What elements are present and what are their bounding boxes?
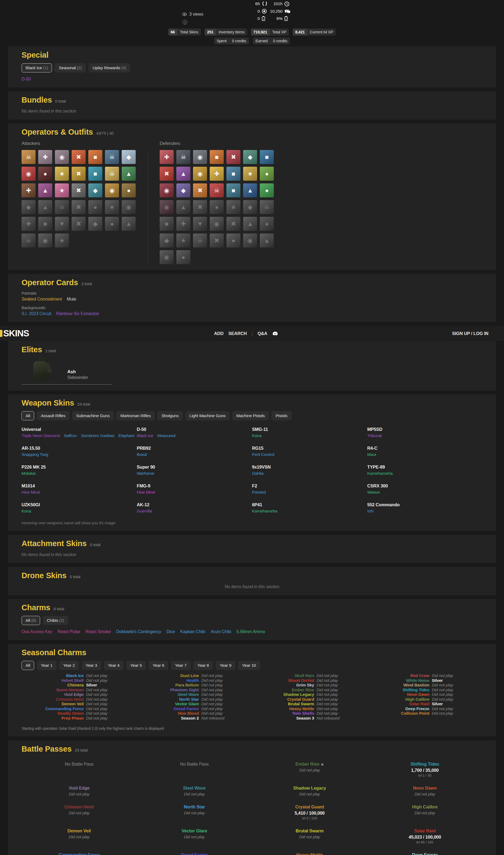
operator-icon[interactable]: ● [88, 200, 102, 214]
charm-season-name[interactable]: New Blood [137, 711, 201, 716]
weapon-name[interactable]: R4-C [367, 446, 483, 451]
operator-icon[interactable]: ✖ [72, 183, 86, 197]
operator-icon[interactable]: ✖ [227, 150, 240, 164]
weapon-skin-link[interactable]: Dahlia [252, 471, 264, 476]
tab-year-9[interactable]: Year 9 [216, 661, 235, 670]
operator-icon[interactable]: ✖ [72, 217, 86, 231]
weapon-skin-link[interactable]: Hive Mind [21, 490, 40, 495]
weapon-skin-link[interactable]: Hive Mind [137, 490, 155, 495]
charm-season-name[interactable]: Grim Sky [252, 683, 317, 688]
operator-icon[interactable]: ★ [105, 200, 119, 214]
operator-icon[interactable]: ◆ [88, 217, 102, 231]
weapon-skin-link[interactable]: Kona [21, 509, 31, 514]
operator-icon[interactable]: ▲ [122, 167, 136, 181]
operator-icon[interactable]: ◆ [21, 200, 36, 214]
battle-pass-name[interactable]: No Battle Pass [21, 762, 137, 767]
nav-add[interactable]: ADD [214, 331, 223, 336]
background-link[interactable]: Rainbow Six Extraction [56, 311, 99, 316]
operator-icon[interactable]: ▲ [260, 233, 274, 248]
tab-pistols[interactable]: Pistols [271, 411, 291, 420]
operator-icon[interactable]: ◉ [122, 200, 136, 214]
operator-icon[interactable]: ☠ [193, 233, 207, 248]
battle-pass-name[interactable]: Deep Freeze [367, 852, 483, 855]
weapon-skin-link[interactable]: Brasil [137, 452, 147, 457]
weapon-name[interactable]: 552 Commando [367, 502, 483, 507]
battle-pass-name[interactable]: Ember Rise★ [252, 762, 367, 767]
tab-machine-pistols[interactable]: Machine Pistols [232, 411, 269, 420]
weapon-name[interactable]: P226 MK 25 [21, 465, 137, 470]
nav-qa[interactable]: Q&A [258, 331, 267, 336]
operator-icon[interactable]: ◆ [243, 150, 257, 164]
operator-icon[interactable]: ✖ [72, 150, 86, 164]
weapon-name[interactable]: F2 [252, 483, 367, 488]
charm-season-name[interactable]: Void Edge [21, 692, 86, 697]
weapon-name[interactable]: UZK50GI [21, 502, 137, 507]
operator-icon[interactable]: ☠ [210, 183, 224, 197]
battle-pass-name[interactable]: Dread Factor [137, 852, 252, 855]
operator-icon[interactable]: ● [227, 233, 240, 248]
charm-season-name[interactable]: Solar Raid [367, 701, 432, 706]
charm-season-name[interactable]: Commanding Force [21, 706, 86, 711]
operator-icon[interactable]: ▲ [243, 183, 257, 197]
weapon-name[interactable]: 9x19VSN [252, 465, 367, 470]
weapon-skin-link[interactable]: Ishi [367, 509, 374, 514]
tab-all[interactable]: All [21, 661, 34, 670]
portrait-link[interactable]: Seabed Concealment [21, 297, 62, 302]
info-icon[interactable]: i [182, 20, 187, 24]
operator-icon[interactable]: ✖ [160, 167, 174, 181]
operator-icon[interactable]: ◉ [210, 217, 224, 231]
tab-year-4[interactable]: Year 4 [104, 661, 124, 670]
charm-season-name[interactable]: Heavy Mettle [252, 706, 317, 711]
weapon-name[interactable]: CSRX 300 [367, 483, 483, 488]
operator-icon[interactable]: ● [176, 250, 190, 264]
weapon-name[interactable]: AR-15.50 [21, 446, 137, 451]
weapon-skin-link[interactable]: Warhorse [137, 471, 154, 476]
weapon-name[interactable]: TYPE-89 [367, 465, 483, 470]
operator-icon[interactable]: ☠ [21, 150, 36, 164]
charm-season-name[interactable]: Deadly Omen [21, 711, 86, 716]
weapon-skin-link[interactable]: Triple Neon Diamond [21, 433, 60, 438]
tab-shotguns[interactable]: Shotguns [158, 411, 183, 420]
operator-icon[interactable]: ◉ [55, 150, 69, 164]
operator-icon[interactable]: ■ [210, 150, 224, 164]
weapon-skin-link[interactable]: Maui [367, 452, 376, 457]
battle-pass-name[interactable]: Neon Dawn [367, 785, 483, 791]
operator-icon[interactable]: ▼ [55, 217, 69, 231]
tab-assault-rifles[interactable]: Assault Rifles [37, 411, 70, 420]
operator-icon[interactable]: ■ [227, 167, 240, 181]
tab-all[interactable]: All [21, 411, 34, 420]
charm-season-name[interactable]: High Calibre [367, 697, 432, 702]
weapon-skin-link[interactable]: Kamehameha [252, 509, 277, 514]
operator-icon[interactable]: ✖ [72, 167, 86, 181]
charm-link[interactable]: Osa Access Key [21, 629, 52, 634]
operator-icon[interactable]: ■ [227, 183, 240, 197]
background-link[interactable]: S.I. 2023 Circuit [21, 311, 51, 316]
charm-season-name[interactable]: Black Ice [21, 673, 86, 678]
operator-icon[interactable]: ◉ [105, 183, 119, 197]
discord-icon[interactable] [272, 331, 278, 336]
operator-icon[interactable]: ● [260, 217, 274, 231]
operator-icon[interactable]: ● [210, 200, 224, 214]
charm-season-name[interactable]: North Star [137, 697, 201, 702]
weapon-skin-link[interactable]: Elephant [119, 433, 134, 438]
battle-pass-name[interactable]: Shadow Legacy [252, 785, 367, 791]
operator-icon[interactable]: ✚ [21, 183, 36, 197]
tab-seasonal[interactable]: Seasonal(2) [55, 63, 86, 72]
tab-year-10[interactable]: Year 10 [238, 661, 260, 670]
operator-icon[interactable]: ◉ [193, 167, 207, 181]
tab-uplay-rewards[interactable]: Uplay Rewards(4) [89, 63, 130, 72]
operator-icon[interactable]: ✚ [176, 217, 190, 231]
operator-icon[interactable]: ▲ [122, 217, 136, 231]
operator-icon[interactable]: ▲ [176, 167, 190, 181]
weapon-skin-link[interactable]: Pointed [252, 490, 266, 495]
special-item-link[interactable]: D-50 [21, 77, 31, 82]
operator-icon[interactable]: ● [105, 217, 119, 231]
weapon-skin-link[interactable]: Black Ice [137, 433, 153, 438]
operator-icon[interactable]: ■ [88, 150, 102, 164]
weapon-name[interactable]: 6P41 [252, 502, 367, 507]
charm-season-name[interactable]: Season 2 [137, 716, 201, 720]
operator-icon[interactable]: ◉ [38, 233, 52, 248]
operator-icon[interactable]: ✚ [21, 217, 36, 231]
charm-season-name[interactable]: Chimera [21, 683, 86, 688]
charm-link[interactable]: React Smoke [86, 629, 111, 634]
